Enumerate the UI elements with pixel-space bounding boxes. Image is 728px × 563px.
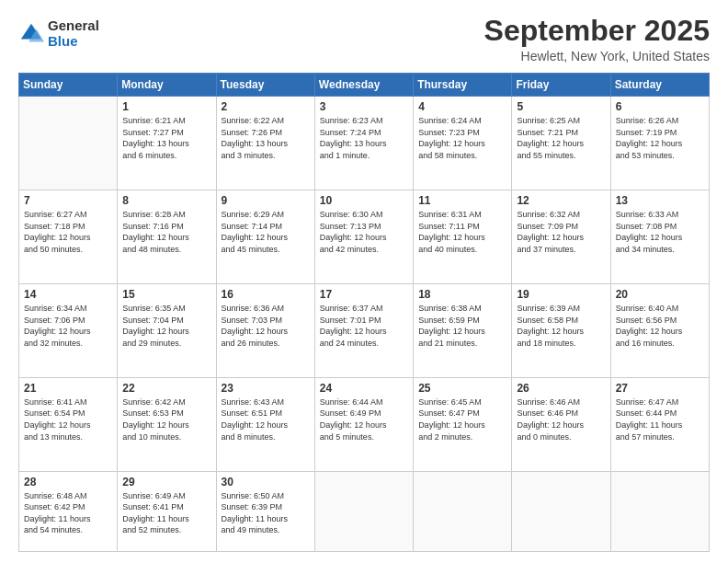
day-number: 28 xyxy=(24,476,112,488)
day-number: 16 xyxy=(222,288,310,301)
table-row: 11Sunrise: 6:31 AM Sunset: 7:11 PM Dayli… xyxy=(414,190,512,284)
title-area: September 2025 Hewlett, New York, United… xyxy=(484,15,710,63)
day-number: 29 xyxy=(122,476,210,488)
day-number: 20 xyxy=(616,288,704,301)
day-info: Sunrise: 6:26 AM Sunset: 7:19 PM Dayligh… xyxy=(616,115,704,161)
day-info: Sunrise: 6:37 AM Sunset: 7:01 PM Dayligh… xyxy=(320,303,408,349)
day-number: 10 xyxy=(320,194,408,207)
table-row: 1Sunrise: 6:21 AM Sunset: 7:27 PM Daylig… xyxy=(118,97,216,190)
calendar-week-row: 14Sunrise: 6:34 AM Sunset: 7:06 PM Dayli… xyxy=(19,283,710,377)
month-title: September 2025 xyxy=(484,15,710,47)
table-row: 4Sunrise: 6:24 AM Sunset: 7:23 PM Daylig… xyxy=(414,97,512,190)
col-sunday: Sunday xyxy=(19,74,118,97)
day-info: Sunrise: 6:41 AM Sunset: 6:54 PM Dayligh… xyxy=(24,396,112,442)
table-row xyxy=(19,97,118,190)
table-row: 23Sunrise: 6:43 AM Sunset: 6:51 PM Dayli… xyxy=(216,377,314,471)
day-info: Sunrise: 6:23 AM Sunset: 7:24 PM Dayligh… xyxy=(320,115,408,161)
day-info: Sunrise: 6:48 AM Sunset: 6:42 PM Dayligh… xyxy=(24,490,112,536)
day-info: Sunrise: 6:24 AM Sunset: 7:23 PM Dayligh… xyxy=(418,115,506,161)
day-number: 25 xyxy=(418,382,506,395)
day-number: 24 xyxy=(320,382,408,395)
calendar-table: Sunday Monday Tuesday Wednesday Thursday… xyxy=(18,73,710,552)
day-info: Sunrise: 6:46 AM Sunset: 6:46 PM Dayligh… xyxy=(517,396,605,442)
location-subtitle: Hewlett, New York, United States xyxy=(484,49,710,63)
day-number: 13 xyxy=(616,194,704,207)
table-row: 2Sunrise: 6:22 AM Sunset: 7:26 PM Daylig… xyxy=(216,97,314,190)
day-number: 19 xyxy=(517,288,605,301)
day-number: 15 xyxy=(122,288,210,301)
day-info: Sunrise: 6:49 AM Sunset: 6:41 PM Dayligh… xyxy=(122,490,210,536)
col-wednesday: Wednesday xyxy=(314,74,413,97)
day-number: 7 xyxy=(24,194,112,207)
table-row: 14Sunrise: 6:34 AM Sunset: 7:06 PM Dayli… xyxy=(19,283,118,377)
day-number: 30 xyxy=(222,476,310,488)
day-number: 2 xyxy=(222,100,310,113)
table-row: 5Sunrise: 6:25 AM Sunset: 7:21 PM Daylig… xyxy=(512,97,610,190)
day-number: 18 xyxy=(418,288,506,301)
table-row: 15Sunrise: 6:35 AM Sunset: 7:04 PM Dayli… xyxy=(118,283,216,377)
day-number: 21 xyxy=(24,382,112,395)
table-row: 3Sunrise: 6:23 AM Sunset: 7:24 PM Daylig… xyxy=(314,97,413,190)
header: General Blue September 2025 Hewlett, New… xyxy=(18,15,710,63)
table-row xyxy=(512,471,610,551)
table-row: 30Sunrise: 6:50 AM Sunset: 6:39 PM Dayli… xyxy=(216,471,314,551)
table-row: 13Sunrise: 6:33 AM Sunset: 7:08 PM Dayli… xyxy=(610,190,709,284)
col-monday: Monday xyxy=(118,74,216,97)
table-row: 16Sunrise: 6:36 AM Sunset: 7:03 PM Dayli… xyxy=(216,283,314,377)
day-info: Sunrise: 6:27 AM Sunset: 7:18 PM Dayligh… xyxy=(24,209,112,255)
day-number: 5 xyxy=(517,100,605,113)
logo-general-text: General xyxy=(48,18,99,34)
day-number: 3 xyxy=(320,100,408,113)
day-info: Sunrise: 6:34 AM Sunset: 7:06 PM Dayligh… xyxy=(24,303,112,349)
day-number: 12 xyxy=(517,194,605,207)
day-number: 26 xyxy=(517,382,605,395)
table-row: 17Sunrise: 6:37 AM Sunset: 7:01 PM Dayli… xyxy=(314,283,413,377)
table-row: 25Sunrise: 6:45 AM Sunset: 6:47 PM Dayli… xyxy=(414,377,512,471)
table-row xyxy=(314,471,413,551)
table-row: 19Sunrise: 6:39 AM Sunset: 6:58 PM Dayli… xyxy=(512,283,610,377)
day-info: Sunrise: 6:40 AM Sunset: 6:56 PM Dayligh… xyxy=(616,303,704,349)
col-tuesday: Tuesday xyxy=(216,74,314,97)
table-row: 6Sunrise: 6:26 AM Sunset: 7:19 PM Daylig… xyxy=(610,97,709,190)
day-info: Sunrise: 6:35 AM Sunset: 7:04 PM Dayligh… xyxy=(122,303,210,349)
table-row: 27Sunrise: 6:47 AM Sunset: 6:44 PM Dayli… xyxy=(610,377,709,471)
table-row xyxy=(610,471,709,551)
col-friday: Friday xyxy=(512,74,610,97)
table-row: 10Sunrise: 6:30 AM Sunset: 7:13 PM Dayli… xyxy=(314,190,413,284)
day-number: 8 xyxy=(122,194,210,207)
day-info: Sunrise: 6:44 AM Sunset: 6:49 PM Dayligh… xyxy=(320,396,408,442)
day-info: Sunrise: 6:25 AM Sunset: 7:21 PM Dayligh… xyxy=(517,115,605,161)
table-row: 20Sunrise: 6:40 AM Sunset: 6:56 PM Dayli… xyxy=(610,283,709,377)
day-info: Sunrise: 6:43 AM Sunset: 6:51 PM Dayligh… xyxy=(222,396,310,442)
day-number: 27 xyxy=(616,382,704,395)
table-row: 29Sunrise: 6:49 AM Sunset: 6:41 PM Dayli… xyxy=(118,471,216,551)
calendar-week-row: 1Sunrise: 6:21 AM Sunset: 7:27 PM Daylig… xyxy=(19,97,710,190)
logo: General Blue xyxy=(18,18,99,49)
logo-text: General Blue xyxy=(48,18,99,49)
day-info: Sunrise: 6:33 AM Sunset: 7:08 PM Dayligh… xyxy=(616,209,704,255)
day-info: Sunrise: 6:21 AM Sunset: 7:27 PM Dayligh… xyxy=(122,115,210,161)
day-info: Sunrise: 6:42 AM Sunset: 6:53 PM Dayligh… xyxy=(122,396,210,442)
table-row: 8Sunrise: 6:28 AM Sunset: 7:16 PM Daylig… xyxy=(118,190,216,284)
table-row: 24Sunrise: 6:44 AM Sunset: 6:49 PM Dayli… xyxy=(314,377,413,471)
day-info: Sunrise: 6:29 AM Sunset: 7:14 PM Dayligh… xyxy=(222,209,310,255)
table-row: 21Sunrise: 6:41 AM Sunset: 6:54 PM Dayli… xyxy=(19,377,118,471)
day-number: 14 xyxy=(24,288,112,301)
col-saturday: Saturday xyxy=(610,74,709,97)
col-thursday: Thursday xyxy=(414,74,512,97)
day-info: Sunrise: 6:47 AM Sunset: 6:44 PM Dayligh… xyxy=(616,396,704,442)
table-row: 7Sunrise: 6:27 AM Sunset: 7:18 PM Daylig… xyxy=(19,190,118,284)
day-info: Sunrise: 6:45 AM Sunset: 6:47 PM Dayligh… xyxy=(418,396,506,442)
day-info: Sunrise: 6:32 AM Sunset: 7:09 PM Dayligh… xyxy=(517,209,605,255)
table-row: 26Sunrise: 6:46 AM Sunset: 6:46 PM Dayli… xyxy=(512,377,610,471)
day-number: 1 xyxy=(122,100,210,113)
day-number: 9 xyxy=(222,194,310,207)
day-info: Sunrise: 6:39 AM Sunset: 6:58 PM Dayligh… xyxy=(517,303,605,349)
table-row: 9Sunrise: 6:29 AM Sunset: 7:14 PM Daylig… xyxy=(216,190,314,284)
day-info: Sunrise: 6:50 AM Sunset: 6:39 PM Dayligh… xyxy=(222,490,310,536)
day-number: 11 xyxy=(418,194,506,207)
day-number: 22 xyxy=(122,382,210,395)
calendar-week-row: 21Sunrise: 6:41 AM Sunset: 6:54 PM Dayli… xyxy=(19,377,710,471)
logo-blue-text: Blue xyxy=(48,34,99,50)
day-info: Sunrise: 6:22 AM Sunset: 7:26 PM Dayligh… xyxy=(222,115,310,161)
